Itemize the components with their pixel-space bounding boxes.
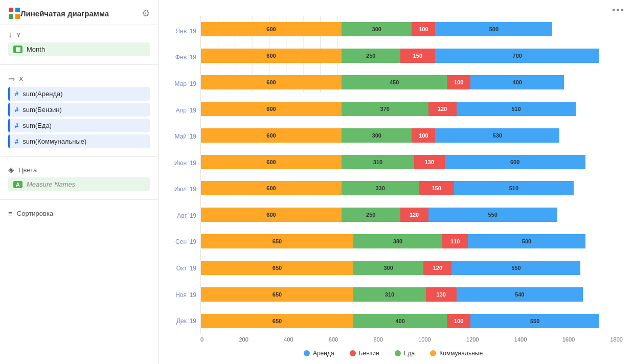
hash-icon: # (15, 106, 18, 113)
bar-segment: 500 (468, 234, 585, 248)
legend-item: Аренда (304, 350, 334, 357)
x-axis-tick: 0 (200, 336, 204, 343)
bar-row: 650380110500 (201, 228, 623, 255)
bar-segment: 100 (447, 75, 470, 89)
bar-segment: 300 (353, 261, 423, 275)
bar-segment: 600 (201, 155, 342, 169)
month-label: Month (27, 46, 45, 53)
bar-track: 600450100400 (201, 75, 623, 89)
bar-segment: 150 (400, 49, 436, 63)
bar-segment: 300 (342, 22, 412, 36)
measure-names-label: Measure Names (27, 180, 75, 188)
bar-segment: 400 (353, 314, 447, 328)
bar-row: 600250150700 (201, 42, 623, 69)
measure-names-field[interactable]: A Measure Names (8, 177, 150, 191)
legend-item: Коммунальные (430, 350, 483, 357)
sort-label: ≡ Сортировка (8, 209, 150, 218)
bar-track: 600300100530 (201, 128, 623, 143)
x-axis-section: ⇒ X # sum(Аренда)# sum(Бензин)# sum(Еда)… (0, 69, 158, 152)
y-axis-arrow-icon: ↓ (8, 30, 12, 39)
bar-segment: 300 (342, 128, 412, 143)
bar-track: 650400100550 (201, 314, 623, 328)
bar-segment: 450 (342, 75, 447, 89)
y-axis-label-item: Сен '19 (164, 229, 196, 256)
legend-color-dot (304, 350, 310, 356)
y-axis-label-item: Июн '19 (164, 150, 196, 176)
measure-field[interactable]: # sum(Аренда) (8, 87, 150, 101)
app-title: Линейчатая диаграмма (20, 9, 142, 18)
legend-item: Бензин (350, 350, 379, 357)
x-axis-tick: 600 (329, 336, 338, 343)
sidebar-header: Линейчатая диаграмма ⚙ (0, 0, 158, 25)
bar-segment: 370 (342, 102, 428, 116)
bar-segment: 600 (201, 181, 342, 195)
settings-icon[interactable]: ⚙ (142, 8, 150, 19)
bar-row: 600310130600 (201, 149, 623, 175)
colors-label: ◈ Цвета (8, 165, 150, 174)
bar-segment: 650 (201, 314, 353, 328)
measure-field[interactable]: # sum(Бензин) (8, 103, 150, 117)
bar-track: 600330150510 (201, 181, 623, 195)
y-axis-label-item: Ноя '19 (164, 282, 196, 308)
bar-segment: 510 (457, 102, 576, 116)
x-axis-tick: 1200 (466, 336, 479, 343)
bar-segment: 540 (457, 287, 583, 302)
svg-rect-3 (15, 14, 20, 19)
bar-row: 600450100400 (201, 69, 623, 96)
bar-segment: 150 (419, 181, 454, 195)
measure-label: sum(Еда) (22, 122, 52, 129)
y-axis-label: ↓ Y (8, 30, 150, 39)
bar-segment: 100 (412, 22, 435, 36)
colors-section: ◈ Цвета A Measure Names (0, 161, 158, 195)
bar-row: 650400100550 (201, 308, 623, 334)
y-axis-label-item: Окт '19 (164, 255, 196, 282)
measure-field[interactable]: # sum(Еда) (8, 119, 150, 132)
measure-field[interactable]: # sum(Коммунальные) (8, 134, 150, 148)
measure-label: sum(Коммунальные) (22, 138, 86, 145)
bar-segment: 650 (201, 287, 353, 302)
divider-2 (0, 156, 158, 157)
svg-rect-2 (9, 14, 13, 19)
legend-label: Коммунальные (439, 350, 483, 357)
main-panel: ••• Янв '19Фев '19Мар '19Апр '19Май '19И… (159, 0, 633, 364)
legend-label: Еда (404, 350, 415, 357)
bar-segment: 700 (435, 49, 599, 63)
bar-row: 600300100530 (201, 122, 623, 149)
bar-track: 600300100500 (201, 22, 623, 36)
x-axis-tick: 1800 (610, 336, 622, 343)
x-axis-tick: 1000 (418, 336, 431, 343)
month-field[interactable]: ▦ Month (8, 42, 150, 56)
bar-row: 650310130540 (201, 281, 623, 308)
svg-rect-0 (9, 8, 13, 12)
y-axis-label-item: Апр '19 (164, 97, 196, 124)
bar-segment: 250 (342, 208, 400, 222)
x-axis-tick: 200 (239, 336, 248, 343)
bar-track: 650310130540 (201, 287, 623, 302)
bar-row: 600250120550 (201, 201, 623, 228)
x-axis-tick: 1400 (514, 336, 527, 343)
bar-track: 650300120550 (201, 261, 623, 275)
bar-segment: 130 (426, 287, 457, 302)
calendar-icon: ▦ (13, 46, 22, 53)
bar-segment: 600 (201, 128, 342, 143)
hash-icon: # (15, 138, 18, 145)
bar-row: 600330150510 (201, 175, 623, 202)
bar-segment: 130 (414, 155, 445, 169)
app-logo (8, 7, 20, 19)
legend-color-dot (430, 350, 436, 356)
y-axis-label-item: Янв '19 (164, 18, 196, 44)
bar-row: 600300100500 (201, 16, 623, 42)
bar-segment: 380 (353, 234, 442, 248)
bar-segment: 600 (201, 49, 342, 63)
sidebar: Линейчатая диаграмма ⚙ ↓ Y ▦ Month ⇒ X #… (0, 0, 159, 364)
chart-header: ••• (159, 0, 633, 16)
y-axis-label-item: Фев '19 (164, 44, 196, 71)
hash-icon: # (15, 90, 18, 98)
bar-segment: 600 (445, 155, 585, 169)
bar-track: 600250150700 (201, 49, 623, 63)
more-options-button[interactable]: ••• (612, 5, 625, 16)
bar-track: 600310130600 (201, 155, 623, 169)
x-axis-label: ⇒ X (8, 74, 150, 84)
x-axis-tick: 1600 (562, 336, 575, 343)
bar-segment: 600 (201, 102, 342, 116)
